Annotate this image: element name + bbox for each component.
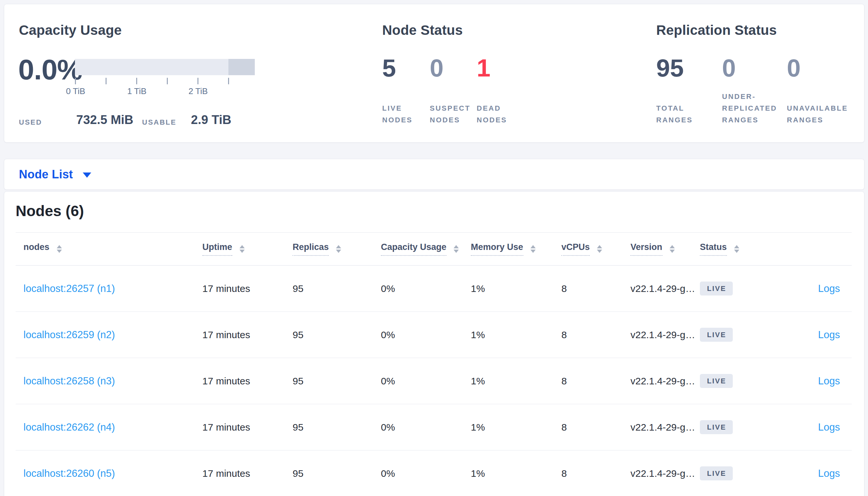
replicas-cell: 95 — [293, 422, 381, 433]
column-header[interactable]: Capacity Usage — [381, 242, 471, 256]
sort-up-icon — [734, 245, 739, 248]
column-header-label: Status — [700, 242, 727, 256]
sort-down-icon — [670, 250, 675, 253]
sort-icon — [453, 245, 459, 253]
sort-icon — [734, 245, 739, 253]
uptime-cell: 17 minutes — [202, 283, 293, 294]
view-selector-dropdown[interactable]: Node List — [19, 159, 91, 189]
sort-down-icon — [597, 250, 602, 253]
logs-link[interactable]: Logs — [818, 375, 840, 387]
under-replicated-ranges-label: UNDER-REPLICATED RANGES — [722, 91, 785, 126]
replicas-cell: 95 — [293, 283, 381, 294]
column-header[interactable]: Uptime — [202, 242, 293, 256]
column-header[interactable]: vCPUs — [562, 242, 630, 256]
node-status-title: Node Status — [382, 22, 463, 38]
logs-link[interactable]: Logs — [818, 283, 840, 295]
vcpus-cell: 8 — [562, 422, 630, 433]
node-link[interactable]: localhost:26259 (n2) — [24, 329, 115, 341]
live-nodes-count: 5 — [382, 56, 396, 80]
version-cell: v22.1.4-29-g… — [630, 329, 700, 340]
sort-icon — [336, 245, 341, 253]
capacity-bar-tail-segment — [228, 59, 255, 75]
sort-down-icon — [453, 250, 459, 253]
sort-down-icon — [734, 250, 739, 253]
version-cell: v22.1.4-29-g… — [630, 283, 700, 294]
replicas-cell: 95 — [293, 329, 381, 340]
capacity-axis-tick — [75, 78, 76, 84]
logs-link[interactable]: Logs — [818, 421, 840, 433]
sort-up-icon — [670, 245, 675, 248]
under-replicated-ranges-count: 0 — [722, 56, 736, 80]
total-ranges-label: TOTAL RANGES — [656, 103, 705, 126]
replicas-cell: 95 — [293, 468, 381, 479]
capacity-usage-cell: 0% — [381, 283, 471, 294]
capacity-axis-label: 1 TiB — [127, 86, 146, 96]
vcpus-cell: 8 — [562, 468, 630, 479]
column-header-label: Version — [630, 242, 662, 256]
nodes-table-body: localhost:26257 (n1) 17 minutes 95 0% 1%… — [16, 266, 852, 496]
table-row: localhost:26262 (n4) 17 minutes 95 0% 1%… — [16, 404, 852, 450]
memory-use-cell: 1% — [471, 468, 562, 479]
nodes-table-header-row: nodes Uptime Replicas Capacity Usage Mem… — [16, 232, 852, 266]
sort-icon — [57, 245, 62, 253]
capacity-axis-label: 2 TiB — [188, 86, 208, 96]
vcpus-cell: 8 — [562, 329, 630, 340]
column-header[interactable]: Status — [700, 242, 788, 256]
sort-down-icon — [530, 250, 536, 253]
nodes-panel: Nodes (6) nodes Uptime Replicas Capacity… — [4, 191, 864, 496]
table-row: localhost:26260 (n5) 17 minutes 95 0% 1%… — [16, 450, 852, 496]
capacity-axis-tick — [167, 78, 168, 84]
version-cell: v22.1.4-29-g… — [630, 468, 700, 479]
sort-icon — [597, 245, 602, 253]
sort-icon — [530, 245, 536, 253]
sort-up-icon — [57, 245, 62, 248]
dead-nodes-label: DEAD NODES — [477, 103, 522, 126]
nodes-section-title: Nodes (6) — [16, 202, 84, 220]
table-row: localhost:26259 (n2) 17 minutes 95 0% 1%… — [16, 312, 852, 358]
node-link[interactable]: localhost:26262 (n4) — [24, 421, 115, 433]
status-badge: LIVE — [700, 466, 733, 480]
column-header-label: Uptime — [202, 242, 232, 256]
suspect-nodes-count: 0 — [430, 56, 444, 80]
capacity-axis-tick — [228, 78, 229, 84]
column-header-label: Replicas — [293, 242, 329, 256]
dead-nodes-count: 1 — [477, 56, 490, 80]
status-badge: LIVE — [700, 374, 733, 388]
memory-use-cell: 1% — [471, 422, 562, 433]
cluster-summary-panel: Capacity Usage 0.0% 0 TiB 1 TiB 2 TiB US… — [4, 4, 864, 142]
uptime-cell: 17 minutes — [202, 468, 293, 479]
capacity-usage-cell: 0% — [381, 468, 471, 479]
column-header[interactable]: Memory Use — [471, 242, 562, 256]
memory-use-cell: 1% — [471, 283, 562, 294]
capacity-used-value: 732.5 MiB — [76, 113, 133, 127]
column-header[interactable]: Replicas — [293, 242, 381, 256]
capacity-usable-label: USABLE — [142, 118, 176, 127]
unavailable-ranges-label: UNAVAILABLE RANGES — [787, 103, 858, 126]
uptime-cell: 17 minutes — [202, 376, 293, 387]
capacity-usage-cell: 0% — [381, 329, 471, 340]
vcpus-cell: 8 — [562, 376, 630, 387]
logs-link[interactable]: Logs — [818, 468, 840, 479]
suspect-nodes-label: SUSPECT NODES — [430, 103, 475, 126]
uptime-cell: 17 minutes — [202, 422, 293, 433]
sort-down-icon — [239, 250, 245, 253]
logs-link[interactable]: Logs — [818, 329, 840, 341]
table-row: localhost:26257 (n1) 17 minutes 95 0% 1%… — [16, 266, 852, 312]
memory-use-cell: 1% — [471, 376, 562, 387]
column-header[interactable]: Version — [630, 242, 700, 256]
sort-up-icon — [336, 245, 341, 248]
node-link[interactable]: localhost:26257 (n1) — [24, 283, 115, 295]
live-nodes-label: LIVE NODES — [382, 103, 428, 126]
sort-up-icon — [530, 245, 536, 248]
sort-down-icon — [336, 250, 341, 253]
node-link[interactable]: localhost:26258 (n3) — [24, 375, 115, 387]
nodes-table: nodes Uptime Replicas Capacity Usage Mem… — [16, 232, 852, 496]
status-badge: LIVE — [700, 420, 733, 434]
capacity-usable-value: 2.9 TiB — [191, 113, 231, 127]
node-link[interactable]: localhost:26260 (n5) — [24, 468, 115, 479]
capacity-axis-tick — [106, 78, 107, 84]
sort-down-icon — [57, 250, 62, 253]
capacity-axis-label: 0 TiB — [66, 86, 85, 96]
column-header[interactable]: nodes — [16, 242, 202, 256]
chevron-down-icon — [83, 172, 91, 178]
